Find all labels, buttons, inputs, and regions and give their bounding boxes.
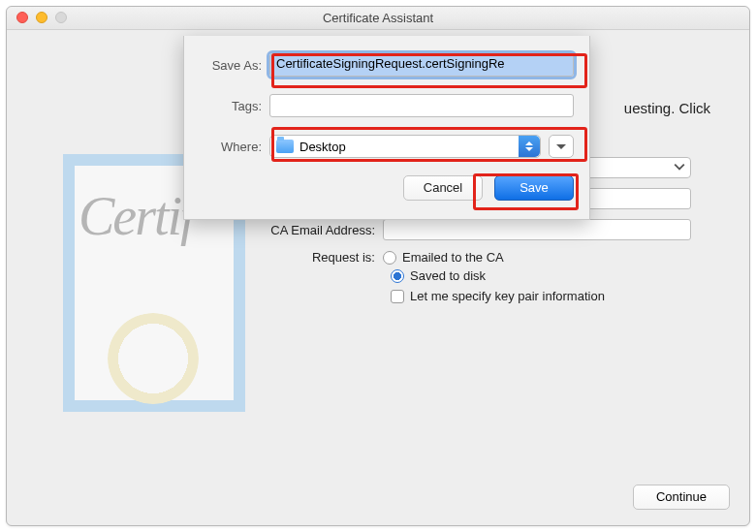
- saveas-field[interactable]: CertificateSigningRequest.certSigningRe: [269, 53, 574, 77]
- expand-button[interactable]: [549, 135, 574, 158]
- ca-email-field[interactable]: [383, 219, 691, 240]
- radio-saved-to-disk[interactable]: [391, 269, 404, 283]
- save-button[interactable]: Save: [494, 175, 574, 201]
- tags-field[interactable]: [269, 94, 574, 117]
- radio-disk-label: Saved to disk: [410, 268, 486, 283]
- where-value: Desktop: [299, 140, 346, 154]
- continue-button[interactable]: Continue: [633, 485, 730, 510]
- radio-emailed-label: Emailed to the CA: [402, 250, 504, 265]
- certificate-script-text: Certif: [79, 185, 194, 247]
- window-title: Certificate Assistant: [7, 7, 749, 30]
- request-is-label: Request is:: [257, 250, 383, 265]
- stepper-icon: [519, 136, 540, 157]
- folder-icon: [276, 140, 294, 153]
- save-sheet: Save As: CertificateSigningRequest.certS…: [183, 36, 590, 220]
- chevron-down-icon: [556, 144, 566, 149]
- instruction-fragment: uesting. Click: [624, 100, 710, 116]
- seal-icon: [115, 321, 191, 396]
- radio-emailed[interactable]: [383, 251, 396, 265]
- where-label: Where:: [184, 140, 269, 154]
- titlebar: Certificate Assistant: [7, 7, 749, 30]
- zoom-icon: [55, 12, 67, 23]
- chevron-down-icon: [674, 161, 685, 172]
- cancel-button[interactable]: Cancel: [403, 175, 483, 201]
- checkbox-keypair[interactable]: [391, 290, 404, 303]
- checkbox-keypair-label: Let me specify key pair information: [410, 289, 605, 303]
- minimize-icon[interactable]: [36, 12, 47, 23]
- ca-email-label: CA Email Address:: [257, 223, 383, 237]
- where-popup[interactable]: Desktop: [269, 135, 541, 158]
- window-controls: [16, 12, 67, 23]
- tags-label: Tags:: [184, 99, 269, 113]
- saveas-label: Save As:: [184, 58, 269, 73]
- assistant-window: Certificate Assistant uesting. Click Cer…: [6, 6, 750, 526]
- close-icon[interactable]: [16, 12, 28, 23]
